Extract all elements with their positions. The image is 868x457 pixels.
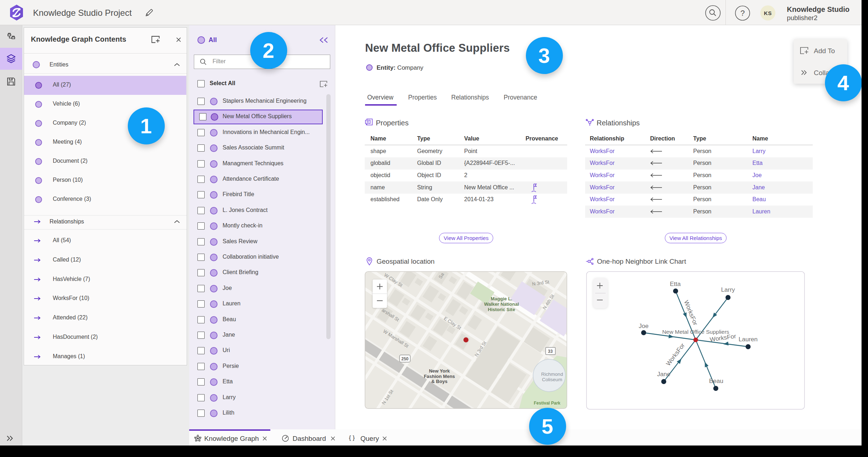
svg-text:Maggie L.: Maggie L.: [491, 296, 512, 301]
svg-text:Larry: Larry: [721, 286, 735, 293]
svg-text:Etta: Etta: [670, 281, 681, 287]
svg-text:250: 250: [401, 356, 409, 361]
svg-text:Jane: Jane: [657, 371, 671, 378]
svg-text:Richmond: Richmond: [541, 371, 563, 377]
svg-text:Festival Park: Festival Park: [534, 401, 560, 406]
svg-text:Joe: Joe: [639, 323, 648, 329]
svg-text:New Metal Office Suppliers: New Metal Office Suppliers: [662, 329, 729, 335]
svg-text:New York: New York: [429, 368, 450, 374]
svg-text:& Boys: & Boys: [431, 379, 448, 384]
svg-text:Fashion Mens: Fashion Mens: [424, 374, 455, 379]
svg-text:?: ?: [740, 9, 745, 18]
svg-text:Lauren: Lauren: [739, 336, 758, 343]
svg-text:Walker National: Walker National: [484, 301, 519, 307]
svg-text:Beau: Beau: [709, 378, 723, 384]
svg-text:Coliseum: Coliseum: [542, 377, 562, 382]
svg-text:33: 33: [548, 349, 553, 354]
svg-text:Historic Site: Historic Site: [488, 307, 515, 312]
